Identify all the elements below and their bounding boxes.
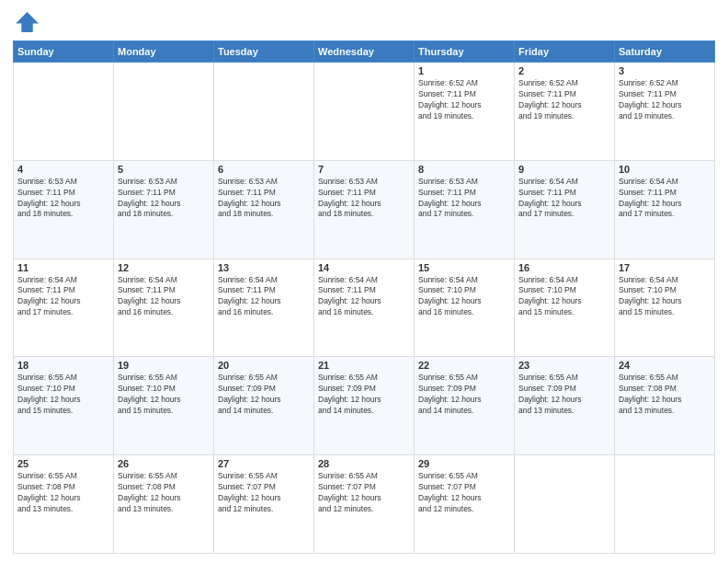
- calendar-day-header: Friday: [515, 41, 615, 63]
- calendar-day-cell: 21Sunrise: 6:55 AM Sunset: 7:09 PM Dayli…: [314, 357, 415, 455]
- day-number: 9: [518, 164, 610, 175]
- calendar-day-cell: 9Sunrise: 6:54 AM Sunset: 7:11 PM Daylig…: [515, 160, 615, 259]
- calendar-day-cell: 14Sunrise: 6:54 AM Sunset: 7:11 PM Dayli…: [314, 259, 415, 357]
- calendar-day-cell: [615, 455, 715, 554]
- day-number: 13: [218, 262, 310, 273]
- day-info: Sunrise: 6:55 AM Sunset: 7:08 PM Dayligh…: [17, 471, 109, 515]
- day-number: 24: [619, 360, 711, 371]
- day-number: 18: [17, 360, 109, 371]
- calendar-day-cell: 8Sunrise: 6:53 AM Sunset: 7:11 PM Daylig…: [415, 160, 515, 259]
- calendar-day-cell: 27Sunrise: 6:55 AM Sunset: 7:07 PM Dayli…: [214, 455, 314, 554]
- calendar-day-cell: 17Sunrise: 6:54 AM Sunset: 7:10 PM Dayli…: [615, 259, 715, 357]
- day-info: Sunrise: 6:54 AM Sunset: 7:11 PM Dayligh…: [619, 177, 711, 221]
- day-info: Sunrise: 6:54 AM Sunset: 7:10 PM Dayligh…: [619, 275, 711, 319]
- calendar-day-cell: 4Sunrise: 6:53 AM Sunset: 7:11 PM Daylig…: [14, 160, 114, 259]
- day-number: 21: [318, 360, 410, 371]
- day-info: Sunrise: 6:52 AM Sunset: 7:11 PM Dayligh…: [418, 78, 510, 122]
- day-number: 10: [619, 164, 711, 175]
- calendar-day-cell: 22Sunrise: 6:55 AM Sunset: 7:09 PM Dayli…: [415, 357, 515, 455]
- calendar-day-header: Saturday: [615, 41, 715, 63]
- calendar-day-header: Monday: [114, 41, 214, 63]
- calendar-week-row: 1Sunrise: 6:52 AM Sunset: 7:11 PM Daylig…: [14, 63, 715, 161]
- calendar-day-cell: 3Sunrise: 6:52 AM Sunset: 7:11 PM Daylig…: [615, 63, 715, 161]
- day-info: Sunrise: 6:55 AM Sunset: 7:08 PM Dayligh…: [118, 471, 210, 515]
- calendar-header-row: SundayMondayTuesdayWednesdayThursdayFrid…: [14, 41, 715, 63]
- day-info: Sunrise: 6:52 AM Sunset: 7:11 PM Dayligh…: [619, 78, 711, 122]
- day-info: Sunrise: 6:54 AM Sunset: 7:10 PM Dayligh…: [518, 275, 610, 319]
- calendar-day-cell: 16Sunrise: 6:54 AM Sunset: 7:10 PM Dayli…: [515, 259, 615, 357]
- day-info: Sunrise: 6:54 AM Sunset: 7:11 PM Dayligh…: [218, 275, 310, 319]
- calendar-day-cell: 11Sunrise: 6:54 AM Sunset: 7:11 PM Dayli…: [14, 259, 114, 357]
- calendar-day-cell: 23Sunrise: 6:55 AM Sunset: 7:09 PM Dayli…: [515, 357, 615, 455]
- calendar-day-cell: 7Sunrise: 6:53 AM Sunset: 7:11 PM Daylig…: [314, 160, 415, 259]
- day-number: 7: [318, 164, 410, 175]
- calendar-day-cell: 25Sunrise: 6:55 AM Sunset: 7:08 PM Dayli…: [14, 455, 114, 554]
- day-number: 2: [518, 65, 610, 76]
- day-number: 26: [118, 458, 210, 469]
- calendar-day-cell: [14, 63, 114, 161]
- calendar-day-cell: [515, 455, 615, 554]
- day-info: Sunrise: 6:55 AM Sunset: 7:10 PM Dayligh…: [17, 373, 109, 417]
- page-header: [13, 9, 715, 35]
- day-info: Sunrise: 6:55 AM Sunset: 7:09 PM Dayligh…: [418, 373, 510, 417]
- day-info: Sunrise: 6:54 AM Sunset: 7:10 PM Dayligh…: [418, 275, 510, 319]
- calendar-day-cell: 15Sunrise: 6:54 AM Sunset: 7:10 PM Dayli…: [415, 259, 515, 357]
- calendar-day-cell: [214, 63, 314, 161]
- day-number: 25: [17, 458, 109, 469]
- calendar-day-cell: 18Sunrise: 6:55 AM Sunset: 7:10 PM Dayli…: [14, 357, 114, 455]
- calendar-day-cell: 10Sunrise: 6:54 AM Sunset: 7:11 PM Dayli…: [615, 160, 715, 259]
- calendar-week-row: 18Sunrise: 6:55 AM Sunset: 7:10 PM Dayli…: [14, 357, 715, 455]
- logo-icon: [13, 9, 39, 35]
- day-info: Sunrise: 6:54 AM Sunset: 7:11 PM Dayligh…: [118, 275, 210, 319]
- calendar-day-cell: 12Sunrise: 6:54 AM Sunset: 7:11 PM Dayli…: [114, 259, 214, 357]
- day-info: Sunrise: 6:52 AM Sunset: 7:11 PM Dayligh…: [518, 78, 610, 122]
- day-info: Sunrise: 6:54 AM Sunset: 7:11 PM Dayligh…: [17, 275, 109, 319]
- calendar-day-cell: [114, 63, 214, 161]
- day-number: 22: [418, 360, 510, 371]
- calendar-day-header: Tuesday: [214, 41, 314, 63]
- day-info: Sunrise: 6:55 AM Sunset: 7:09 PM Dayligh…: [318, 373, 410, 417]
- day-number: 12: [118, 262, 210, 273]
- day-number: 6: [218, 164, 310, 175]
- logo: [13, 9, 42, 35]
- day-info: Sunrise: 6:55 AM Sunset: 7:08 PM Dayligh…: [619, 373, 711, 417]
- day-info: Sunrise: 6:53 AM Sunset: 7:11 PM Dayligh…: [218, 177, 310, 221]
- calendar-day-cell: 2Sunrise: 6:52 AM Sunset: 7:11 PM Daylig…: [515, 63, 615, 161]
- calendar-week-row: 4Sunrise: 6:53 AM Sunset: 7:11 PM Daylig…: [14, 160, 715, 259]
- calendar-day-cell: [314, 63, 415, 161]
- day-info: Sunrise: 6:53 AM Sunset: 7:11 PM Dayligh…: [17, 177, 109, 221]
- day-number: 20: [218, 360, 310, 371]
- day-info: Sunrise: 6:55 AM Sunset: 7:07 PM Dayligh…: [418, 471, 510, 515]
- calendar-day-header: Sunday: [14, 41, 114, 63]
- day-info: Sunrise: 6:55 AM Sunset: 7:07 PM Dayligh…: [318, 471, 410, 515]
- day-info: Sunrise: 6:54 AM Sunset: 7:11 PM Dayligh…: [318, 275, 410, 319]
- day-number: 28: [318, 458, 410, 469]
- calendar-day-cell: 24Sunrise: 6:55 AM Sunset: 7:08 PM Dayli…: [615, 357, 715, 455]
- day-number: 17: [619, 262, 711, 273]
- day-number: 8: [418, 164, 510, 175]
- day-number: 3: [619, 65, 711, 76]
- day-number: 15: [418, 262, 510, 273]
- day-info: Sunrise: 6:54 AM Sunset: 7:11 PM Dayligh…: [518, 177, 610, 221]
- calendar-day-cell: 1Sunrise: 6:52 AM Sunset: 7:11 PM Daylig…: [415, 63, 515, 161]
- calendar-day-cell: 29Sunrise: 6:55 AM Sunset: 7:07 PM Dayli…: [415, 455, 515, 554]
- day-number: 5: [118, 164, 210, 175]
- calendar-day-cell: 19Sunrise: 6:55 AM Sunset: 7:10 PM Dayli…: [114, 357, 214, 455]
- calendar-day-cell: 6Sunrise: 6:53 AM Sunset: 7:11 PM Daylig…: [214, 160, 314, 259]
- calendar-week-row: 25Sunrise: 6:55 AM Sunset: 7:08 PM Dayli…: [14, 455, 715, 554]
- day-info: Sunrise: 6:55 AM Sunset: 7:09 PM Dayligh…: [218, 373, 310, 417]
- day-number: 11: [17, 262, 109, 273]
- calendar-day-header: Wednesday: [314, 41, 415, 63]
- calendar-day-cell: 26Sunrise: 6:55 AM Sunset: 7:08 PM Dayli…: [114, 455, 214, 554]
- calendar-day-cell: 5Sunrise: 6:53 AM Sunset: 7:11 PM Daylig…: [114, 160, 214, 259]
- day-number: 14: [318, 262, 410, 273]
- day-info: Sunrise: 6:55 AM Sunset: 7:09 PM Dayligh…: [518, 373, 610, 417]
- calendar-day-header: Thursday: [415, 41, 515, 63]
- day-number: 29: [418, 458, 510, 469]
- calendar-week-row: 11Sunrise: 6:54 AM Sunset: 7:11 PM Dayli…: [14, 259, 715, 357]
- day-info: Sunrise: 6:53 AM Sunset: 7:11 PM Dayligh…: [118, 177, 210, 221]
- calendar-day-cell: 13Sunrise: 6:54 AM Sunset: 7:11 PM Dayli…: [214, 259, 314, 357]
- day-info: Sunrise: 6:53 AM Sunset: 7:11 PM Dayligh…: [418, 177, 510, 221]
- day-info: Sunrise: 6:55 AM Sunset: 7:10 PM Dayligh…: [118, 373, 210, 417]
- calendar-table: SundayMondayTuesdayWednesdayThursdayFrid…: [13, 40, 715, 554]
